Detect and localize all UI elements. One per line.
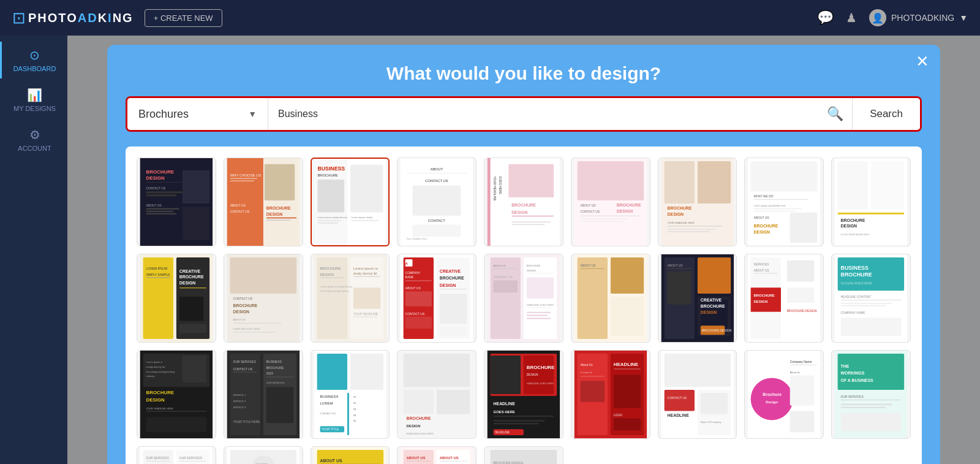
svg-text:CONTACT US: CONTACT US — [580, 210, 600, 213]
svg-rect-33 — [350, 165, 382, 213]
template-card[interactable]: CONTACT US BROCHURE DESIGN ABOUT US HEAD… — [224, 254, 303, 343]
svg-text:HEADLINE GOES HERE: HEADLINE GOES HERE — [233, 327, 260, 330]
svg-rect-156 — [527, 312, 551, 313]
template-card[interactable]: BROCHURE DESIGN HEADLINE GOES HERE HEADL… — [484, 350, 564, 439]
logo: ⊡ PHOTOADKING — [12, 9, 134, 28]
svg-text:Lorem ipsum is simply dummy: Lorem ipsum is simply dummy — [320, 285, 352, 288]
template-card[interactable]: ♥NIFI MAPA TAKING CARE FOR YOU CONTACT U… — [224, 446, 303, 464]
template-card[interactable]: ABOUT US CREATIVE BROCHURE DESIGN CONTAC… — [658, 254, 737, 343]
svg-text:BROCHURE: BROCHURE — [179, 275, 204, 279]
modal-close-button[interactable]: ✕ — [916, 53, 929, 69]
template-card[interactable]: BROCHURE DESIGN Lorem ipsum is simply du… — [311, 254, 390, 343]
template-card[interactable]: ABOUT US CONTACT US BROCHURE DESIGN — [571, 158, 650, 246]
svg-text:Lorem ipsum simply dummy: Lorem ipsum simply dummy — [317, 216, 347, 219]
svg-text:DESIGN: DESIGN — [667, 212, 683, 216]
template-card[interactable]: ABOUT US CONTACT US BROCHURE DESIGN HEAD… — [484, 254, 564, 343]
svg-rect-222 — [146, 411, 207, 412]
template-card[interactable]: BUSINESS LOREM 01 02 03 04 05 CONTACT US… — [311, 350, 390, 439]
template-card[interactable]: OUR SERVICES SERVICE 1 SERVICE 2 SERVICE… — [137, 446, 216, 464]
template-card[interactable]: THE WORKINGS OF A BUSINESS OUR SERVICES — [831, 350, 911, 439]
notification-icon[interactable]: 💬 — [817, 10, 834, 26]
template-card[interactable]: BROCHURE DESIGN CONTACT US ABOUT US — [137, 158, 216, 246]
template-card[interactable]: SERVICES ABOUT US BROCHURE DESIGN BROCHU… — [744, 254, 824, 343]
template-card[interactable]: BROCHURE DESIGN HEADLINE GOES HERE — [397, 350, 477, 439]
category-selector[interactable]: Brochures ▼ — [127, 98, 268, 130]
svg-text:LOREM: LOREM — [320, 401, 333, 405]
svg-text:SLOGAN GOES HERE: SLOGAN GOES HERE — [841, 282, 873, 285]
avatar: 👤 — [869, 9, 886, 26]
template-card[interactable]: CONTACT US HEADLINE Name Of Company — [658, 350, 737, 439]
svg-rect-286 — [614, 418, 641, 430]
sidebar-item-label: ACCOUNT — [18, 145, 51, 152]
template-card[interactable]: WHAT WE DO Lorem ipsum placeholder text … — [744, 158, 824, 246]
search-icon-button[interactable]: 🔍 — [818, 98, 852, 130]
template-card[interactable]: ABOUT US Lorem ipsum placeholder text — [311, 446, 390, 464]
svg-rect-24 — [266, 220, 290, 221]
template-card[interactable]: ABOUT CONTACT US CONTACT Your Headline H… — [397, 158, 477, 246]
sidebar-item-my-designs[interactable]: 📊 MY DESIGNS — [0, 82, 67, 118]
template-card[interactable]: Brochure Design Company Name About Us — [744, 350, 824, 439]
svg-text:Lorem ipsum placeholder text: Lorem ipsum placeholder text — [754, 204, 786, 207]
template-card[interactable]: BROCHURE DESIGN CLICK HERE MORE INFO — [831, 158, 911, 246]
svg-rect-170 — [611, 297, 644, 336]
svg-rect-78 — [754, 211, 796, 211]
sidebar-item-dashboard[interactable]: ⊙ DASHBOARD — [0, 42, 67, 78]
template-card[interactable]: WHY CHOOSE US ABOUT US CONTACT US BROCHU… — [224, 158, 303, 246]
svg-rect-53 — [511, 224, 545, 224]
template-card[interactable]: BROCHURE DESIGN YOUR HEADLINE HERE — [658, 158, 737, 246]
svg-text:simply dummy list: simply dummy list — [353, 272, 377, 275]
svg-text:GOES HERE: GOES HERE — [499, 177, 502, 195]
logo-text: PHOTOADKING — [28, 11, 134, 25]
svg-rect-71 — [667, 231, 709, 232]
template-card[interactable]: BUSINESS BROCHURE Lorem ipsum simply dum… — [311, 158, 390, 246]
template-card[interactable]: A COMPANY BANK ABOUT US CONTACT US CREAT… — [397, 254, 477, 343]
template-card[interactable]: BUSINESS BROCHURE SLOGAN GOES HERE HEADL… — [831, 254, 911, 343]
svg-text:HEADLINE GOES HERE: HEADLINE GOES HERE — [527, 382, 554, 385]
trophy-icon[interactable]: ♟ — [846, 10, 857, 25]
svg-rect-29 — [317, 180, 344, 212]
svg-rect-356 — [440, 461, 467, 462]
template-card[interactable]: About Us Contact Us HEADLINE LOGO — [571, 350, 650, 439]
svg-text:About Us: About Us — [580, 363, 593, 367]
template-card[interactable]: ABOUT US ABOUT US Lorem ipsum text here … — [397, 446, 477, 464]
svg-rect-218 — [183, 356, 206, 382]
sidebar-item-account[interactable]: ⚙ ACCOUNT — [0, 121, 67, 158]
svg-text:BROCHURE: BROCHURE — [146, 390, 175, 395]
svg-rect-31 — [317, 220, 341, 221]
svg-text:BROCHURE: BROCHURE — [527, 264, 541, 267]
sidebar-item-label: MY DESIGNS — [13, 105, 56, 112]
user-menu[interactable]: 👤 PHOTOADKING ▼ — [869, 9, 968, 26]
svg-rect-300 — [790, 365, 817, 365]
svg-rect-256 — [404, 390, 434, 414]
template-card[interactable]: ABOUT US BROCHURE DESIGN CONTACT US — [571, 254, 650, 343]
svg-text:DESIGN: DESIGN — [841, 224, 857, 228]
create-new-button[interactable]: + CREATE NEW — [145, 9, 222, 27]
template-card[interactable]: OUR SERVICES CONTACT US BUSINESS BROCHUR… — [224, 350, 303, 439]
svg-rect-60 — [580, 216, 641, 216]
svg-rect-271 — [494, 420, 545, 421]
svg-text:02: 02 — [353, 401, 355, 405]
svg-rect-108 — [233, 322, 281, 323]
modal-title: What would you like to design? — [126, 63, 922, 84]
svg-rect-147 — [494, 268, 518, 269]
svg-text:DESIGN: DESIGN — [440, 283, 456, 287]
svg-rect-61 — [580, 219, 628, 219]
search-input[interactable] — [268, 98, 818, 130]
svg-text:BROCHURE: BROCHURE — [266, 367, 284, 370]
template-card[interactable]: YOUR HEADLINE GOES HERE BROCHURE DESIGN — [484, 158, 564, 246]
svg-text:YOUR HEADLINE HERE: YOUR HEADLINE HERE — [146, 407, 174, 410]
svg-rect-149 — [494, 280, 518, 292]
svg-text:SERVICE 1: SERVICE 1 — [233, 394, 246, 397]
template-card[interactable]: LOREM IPSUM SIMPLY SAMPLE CREATIVE BROCH… — [137, 254, 216, 343]
svg-rect-281 — [580, 381, 604, 402]
svg-rect-280 — [580, 376, 604, 376]
template-card[interactable]: BROCHURE DESIGN BROCHURE DESIGN — [484, 446, 564, 464]
svg-text:OUR SERVICES: OUR SERVICES — [841, 395, 864, 398]
template-card[interactable]: Lorem ipsum is simply dummy list for pri… — [137, 350, 216, 439]
svg-text:CONTACT: CONTACT — [428, 219, 445, 222]
svg-text:OUR SERVICES: OUR SERVICES — [233, 360, 256, 363]
svg-text:industry.: industry. — [146, 375, 156, 378]
dashboard-icon: ⊙ — [29, 48, 40, 63]
svg-text:BROCHURE DESIGN: BROCHURE DESIGN — [787, 310, 817, 313]
search-button[interactable]: Search — [852, 98, 920, 130]
